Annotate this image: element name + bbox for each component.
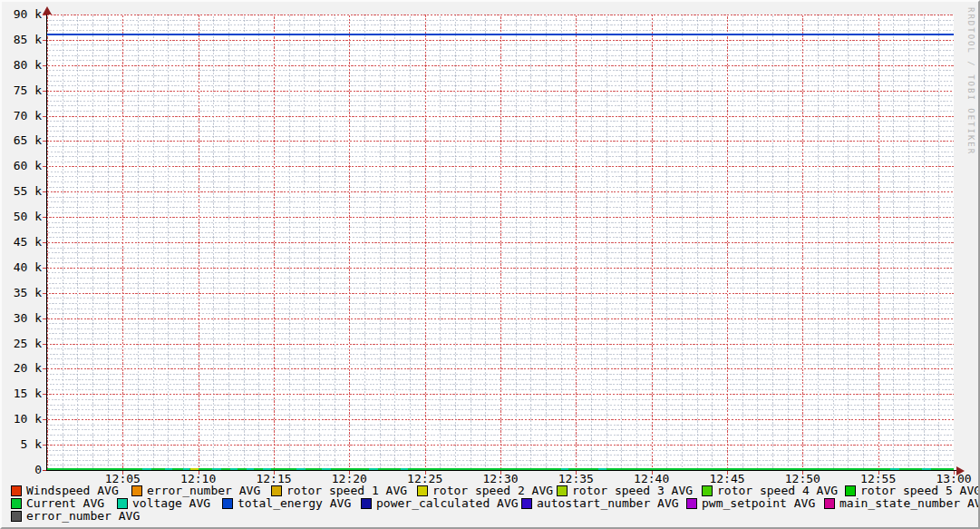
legend-color-swatch — [11, 511, 22, 522]
legend-color-swatch — [845, 485, 856, 496]
y-axis-tick — [43, 116, 46, 117]
y-axis-tick — [43, 394, 46, 395]
legend-label: error_number AVG — [26, 511, 140, 522]
x-axis-tick — [954, 471, 955, 475]
legend-label: rotor speed 2 AVG — [432, 485, 553, 496]
y-axis-tick — [43, 141, 46, 142]
y-axis-label: 0 — [2, 464, 42, 476]
x-axis-tick — [652, 471, 653, 475]
legend-item: rotor speed 1 AVG — [271, 485, 407, 496]
legend-color-swatch — [417, 485, 428, 496]
legend-color-swatch — [11, 498, 22, 509]
y-axis-tick — [43, 166, 46, 167]
legend-color-swatch — [131, 485, 142, 496]
y-axis-arrow-icon — [43, 6, 52, 15]
legend-item: power_calculated AVG — [361, 498, 519, 509]
legend-item: rotor speed 5 AVG — [845, 485, 980, 496]
y-axis-label: 55 k — [2, 185, 42, 198]
y-axis-tick — [43, 15, 46, 15]
legend-item: rotor speed 4 AVG — [702, 485, 838, 496]
y-axis-tick — [43, 344, 46, 345]
y-axis-tick — [43, 470, 46, 471]
legend-item: error_number AVG — [131, 485, 260, 496]
y-axis-tick — [43, 217, 46, 218]
x-axis-tick — [576, 471, 577, 475]
y-axis-tick — [43, 419, 46, 420]
x-axis-tick — [274, 471, 275, 475]
legend-color-swatch — [702, 485, 713, 496]
y-axis-label: 25 k — [2, 338, 42, 350]
y-axis-label: 80 k — [2, 59, 42, 72]
legend-color-swatch — [521, 498, 532, 509]
y-axis-label: 85 k — [2, 34, 42, 46]
legend-item: voltage AVG — [117, 498, 210, 509]
y-axis-tick — [43, 368, 46, 369]
y-axis-tick — [43, 242, 46, 243]
legend-label: total_energy AVG — [238, 498, 351, 509]
legend-label: pwm_setpoint AVG — [702, 498, 815, 509]
y-axis-label: 15 k — [2, 387, 42, 400]
x-axis-tick — [199, 471, 199, 475]
legend-color-swatch — [557, 485, 568, 496]
legend-label: rotor speed 4 AVG — [717, 485, 838, 496]
y-axis-label: 5 k — [2, 438, 42, 451]
legend-item: rotor speed 3 AVG — [557, 485, 693, 496]
y-axis-tick — [43, 191, 46, 192]
legend-item: Windspeed AVG — [11, 485, 119, 496]
y-axis-label: 75 k — [2, 84, 42, 97]
legend-label: Windspeed AVG — [26, 485, 119, 496]
legend-color-swatch — [117, 498, 128, 509]
legend-label: voltage AVG — [132, 498, 210, 509]
x-axis-tick — [802, 471, 803, 475]
y-axis-tick — [43, 318, 46, 319]
y-axis-label: 50 k — [2, 211, 42, 223]
legend-color-swatch — [686, 498, 697, 509]
y-axis-label: 35 k — [2, 287, 42, 299]
legend-label: rotor speed 5 AVG — [860, 485, 980, 496]
y-axis-tick — [43, 268, 46, 269]
y-axis-label: 70 k — [2, 110, 42, 122]
legend-item: error_number AVG — [11, 511, 140, 522]
legend-label: rotor speed 1 AVG — [286, 485, 407, 496]
legend-label: Current AVG — [26, 498, 104, 509]
plot-area — [47, 15, 954, 470]
y-axis-tick — [43, 91, 46, 92]
legend-label: power_calculated AVG — [376, 498, 519, 509]
legend-item: Current AVG — [11, 498, 104, 509]
x-axis-tick — [878, 471, 879, 475]
x-axis-tick — [500, 471, 501, 475]
x-axis-tick — [349, 471, 350, 475]
y-axis-label: 65 k — [2, 134, 42, 147]
legend-color-swatch — [11, 485, 22, 496]
legend-item: pwm_setpoint AVG — [686, 498, 815, 509]
y-axis-tick — [43, 65, 46, 66]
legend-item: total_energy AVG — [222, 498, 351, 509]
y-axis-label: 30 k — [2, 312, 42, 325]
legend-label: rotor speed 3 AVG — [572, 485, 693, 496]
x-axis-tick — [727, 471, 728, 475]
x-axis-tick — [122, 471, 123, 475]
y-axis-tick — [43, 293, 46, 294]
legend-color-swatch — [271, 485, 282, 496]
legend-color-swatch — [222, 498, 233, 509]
rrdtool-graph: 90 k85 k80 k75 k70 k65 k60 k55 k50 k45 k… — [0, 0, 980, 529]
legend-label: error_number AVG — [147, 485, 260, 496]
total-energy-series-line — [47, 34, 954, 35]
legend-color-swatch — [361, 498, 372, 509]
legend-item: rotor speed 2 AVG — [417, 485, 553, 496]
y-axis-label: 60 k — [2, 160, 42, 172]
y-axis-tick — [43, 40, 46, 41]
y-axis-label: 40 k — [2, 261, 42, 274]
y-axis-label: 90 k — [2, 8, 42, 21]
legend-item: main_state_number AVG — [824, 498, 980, 509]
y-axis-line — [46, 10, 47, 471]
y-axis-label: 20 k — [2, 362, 42, 375]
y-axis-label: 10 k — [2, 413, 42, 426]
watermark-text: RRDTOOL / TOBI OETIKER — [966, 7, 975, 155]
legend-label: autostart_number AVG — [537, 498, 679, 509]
x-axis-line — [43, 470, 956, 471]
legend-color-swatch — [824, 498, 835, 509]
legend-item: autostart_number AVG — [521, 498, 679, 509]
legend-label: main_state_number AVG — [839, 498, 980, 509]
y-axis-tick — [43, 445, 46, 446]
